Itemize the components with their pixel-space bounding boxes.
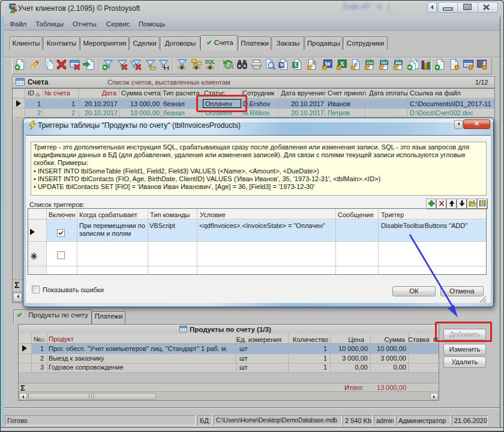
svg-text:CSV: CSV: [367, 61, 374, 65]
svg-text:A: A: [312, 61, 316, 66]
svg-text:TXT: TXT: [381, 61, 388, 65]
svg-text:W: W: [280, 62, 285, 68]
svg-text:XML: XML: [395, 61, 403, 65]
svg-text:X: X: [294, 62, 298, 68]
svg-text:SQL: SQL: [205, 59, 215, 65]
